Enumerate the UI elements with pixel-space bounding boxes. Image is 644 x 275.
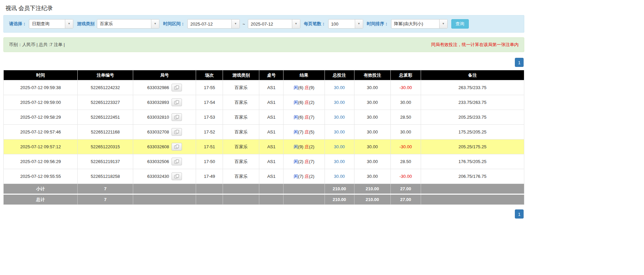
total-bet-link[interactable]: 30.00 — [334, 174, 345, 179]
cell-round: 633032506 — [133, 154, 196, 169]
result-player-score: (6) — [298, 85, 303, 90]
cell-total-bet: 30.00 — [325, 125, 354, 140]
cell-valid-bet: 30.00 — [354, 125, 390, 140]
cell-total-bet: 30.00 — [325, 80, 354, 95]
sort-input[interactable] — [391, 19, 439, 28]
total-total-bet: 210.00 — [325, 194, 354, 205]
cell-game-type: 百家乐 — [223, 169, 259, 184]
page-title: 视讯 会员下注纪录 — [3, 0, 524, 15]
cell-session: 17-52 — [196, 125, 223, 140]
table-footer: 小计 7 210.00 210.00 27.00 总计 7 2 — [4, 184, 524, 205]
cell-valid-bet: 30.00 — [354, 95, 390, 110]
date-to-input[interactable] — [248, 19, 292, 28]
cell-round: 633032893 — [133, 95, 196, 110]
result-banker-score: (2) — [309, 174, 314, 179]
result-banker-score: (5) — [309, 129, 314, 134]
cell-round: 633032986 — [133, 80, 196, 95]
cell-result: 闲(9) 庄(2) — [283, 140, 325, 154]
cell-remark: 263.75/233.75 — [421, 80, 524, 95]
view-cards-button[interactable] — [172, 143, 182, 151]
query-type-dropdown-button[interactable]: ▼ — [65, 19, 73, 28]
empty-cell — [133, 194, 196, 205]
total-bet-link[interactable]: 30.00 — [334, 85, 345, 90]
round-number: 633032986 — [147, 85, 169, 90]
view-cards-button[interactable] — [172, 158, 182, 165]
round-number: 633032708 — [147, 129, 169, 134]
cell-valid-bet: 30.00 — [354, 110, 390, 125]
round-number: 633032430 — [147, 174, 169, 179]
empty-cell — [421, 184, 524, 194]
cell-table-no: AS1 — [259, 80, 283, 95]
result-player: 闲 — [294, 159, 298, 164]
date-to-combobox[interactable]: ▼ — [248, 19, 300, 29]
view-cards-button[interactable] — [172, 113, 182, 121]
subtotal-payout: 27.00 — [390, 184, 421, 194]
result-banker: 庄 — [305, 159, 309, 164]
subtotal-valid-bet: 210.00 — [354, 184, 390, 194]
result-banker: 庄 — [305, 85, 309, 90]
pagination-page-1[interactable]: 1 — [515, 58, 524, 67]
view-cards-button[interactable] — [172, 84, 182, 91]
sort-combobox[interactable]: ▼ — [391, 19, 448, 29]
date-from-dropdown-button[interactable]: ▼ — [231, 19, 239, 28]
sort-dropdown-button[interactable]: ▼ — [439, 19, 447, 28]
table-body: 2025-07-12 09:59:38 522651224232 6330329… — [4, 80, 524, 184]
pagination-top: 1 — [3, 58, 524, 67]
empty-cell — [259, 194, 283, 205]
cell-time: 2025-07-12 09:55:55 — [4, 169, 78, 184]
total-bet-link[interactable]: 30.00 — [334, 144, 345, 149]
cell-game-type: 百家乐 — [223, 125, 259, 140]
page-size-dropdown-button[interactable]: ▼ — [355, 19, 363, 28]
total-bet-link[interactable]: 30.00 — [334, 100, 345, 105]
total-bet-link[interactable]: 30.00 — [334, 159, 345, 164]
search-button[interactable]: 查询 — [451, 19, 469, 29]
round-number: 633032506 — [147, 159, 169, 164]
cell-game-type: 百家乐 — [223, 95, 259, 110]
summary-info: 币别：人民币 | 总共 :7 注单 | — [9, 42, 65, 48]
empty-cell — [421, 194, 524, 205]
query-type-input[interactable] — [29, 19, 65, 28]
col-header-bet-id: 注单编号 — [78, 70, 133, 80]
cell-result: 闲(7) 庄(5) — [283, 125, 325, 140]
query-type-combobox[interactable]: ▼ — [29, 19, 73, 29]
cell-time: 2025-07-12 09:57:12 — [4, 140, 78, 154]
view-cards-button[interactable] — [172, 172, 182, 180]
caret-down-icon: ▼ — [442, 23, 445, 25]
page-size-combobox[interactable]: ▼ — [328, 19, 363, 29]
result-player: 闲 — [294, 174, 298, 179]
cell-bet-id: 522651220315 — [78, 140, 133, 154]
total-bet-link[interactable]: 30.00 — [334, 115, 345, 120]
cell-session: 17-50 — [196, 154, 223, 169]
pagination-page-1[interactable]: 1 — [515, 209, 524, 219]
select-label: 请选择： — [9, 21, 27, 27]
game-type-input[interactable] — [97, 19, 151, 28]
page-size-label: 每页笔数： — [304, 21, 326, 27]
cell-valid-bet: 30.00 — [354, 154, 390, 169]
total-row: 总计 7 210.00 210.00 27.00 — [4, 194, 524, 205]
date-from-input[interactable] — [188, 19, 231, 28]
game-type-combobox[interactable]: ▼ — [97, 19, 159, 29]
table-header: 时间 注单编号 局号 场次 游戏类别 桌号 结果 总投注 有效投注 总派彩 备注 — [4, 70, 524, 80]
result-player: 闲 — [294, 144, 298, 149]
cell-time: 2025-07-12 09:58:29 — [4, 110, 78, 125]
cards-icon — [174, 100, 179, 105]
col-header-result: 结果 — [283, 70, 325, 80]
cell-game-type: 百家乐 — [223, 140, 259, 154]
cell-payout: 28.50 — [390, 110, 421, 125]
cell-bet-id: 522651221168 — [78, 125, 133, 140]
cards-icon — [174, 85, 179, 90]
result-player: 闲 — [294, 85, 298, 90]
total-bet-link[interactable]: 30.00 — [334, 129, 345, 134]
cards-icon — [174, 115, 179, 119]
cell-session: 17-53 — [196, 110, 223, 125]
page-size-input[interactable] — [329, 19, 355, 28]
game-type-dropdown-button[interactable]: ▼ — [151, 19, 159, 28]
date-from-combobox[interactable]: ▼ — [187, 19, 240, 29]
date-to-dropdown-button[interactable]: ▼ — [292, 19, 300, 28]
result-banker: 庄 — [305, 174, 309, 179]
caret-down-icon: ▼ — [154, 23, 157, 25]
view-cards-button[interactable] — [172, 99, 182, 106]
view-cards-button[interactable] — [172, 128, 182, 136]
caret-down-icon: ▼ — [234, 23, 237, 25]
cell-round: 633032608 — [133, 140, 196, 154]
